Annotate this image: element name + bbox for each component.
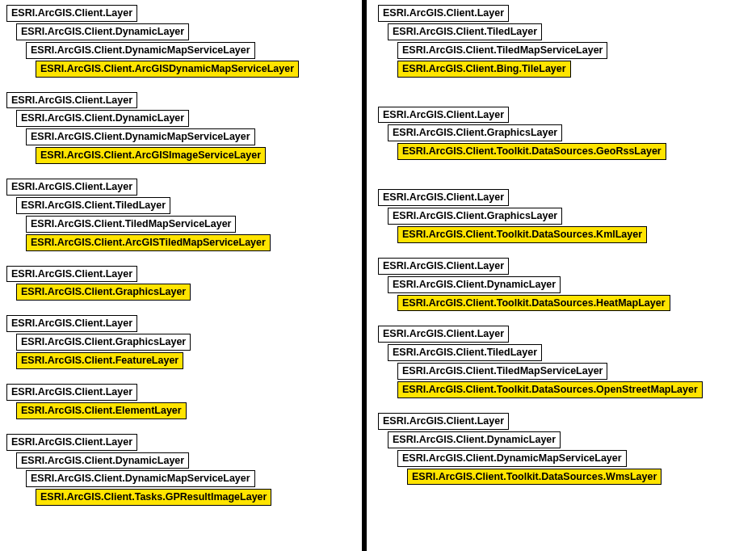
class-node-highlight: ESRI.ArcGIS.Client.Toolkit.DataSources.G…: [397, 143, 666, 160]
class-node-highlight: ESRI.ArcGIS.Client.Toolkit.DataSources.O…: [397, 381, 703, 398]
class-node-highlight: ESRI.ArcGIS.Client.Toolkit.DataSources.W…: [407, 469, 662, 486]
right-column: ESRI.ArcGIS.Client.LayerESRI.ArcGIS.Clie…: [367, 0, 756, 551]
hierarchy-group: ESRI.ArcGIS.Client.LayerESRI.ArcGIS.Clie…: [6, 434, 355, 508]
class-node: ESRI.ArcGIS.Client.DynamicLayer: [16, 110, 189, 127]
hierarchy-group: ESRI.ArcGIS.Client.LayerESRI.ArcGIS.Clie…: [378, 326, 750, 400]
class-node: ESRI.ArcGIS.Client.TiledLayer: [388, 344, 542, 361]
class-node: ESRI.ArcGIS.Client.TiledMapServiceLayer: [397, 42, 607, 59]
class-node: ESRI.ArcGIS.Client.Layer: [6, 384, 137, 401]
class-node: ESRI.ArcGIS.Client.TiledLayer: [388, 23, 542, 40]
diagram-columns: ESRI.ArcGIS.Client.LayerESRI.ArcGIS.Clie…: [0, 0, 756, 551]
class-node: ESRI.ArcGIS.Client.Layer: [378, 189, 509, 206]
class-node-highlight: ESRI.ArcGIS.Client.GraphicsLayer: [16, 284, 191, 301]
class-node: ESRI.ArcGIS.Client.DynamicMapServiceLaye…: [26, 128, 255, 145]
hierarchy-group: ESRI.ArcGIS.Client.LayerESRI.ArcGIS.Clie…: [6, 5, 355, 79]
class-node-highlight: ESRI.ArcGIS.Client.ArcGISDynamicMapServi…: [36, 61, 299, 78]
hierarchy-group: ESRI.ArcGIS.Client.LayerESRI.ArcGIS.Clie…: [378, 5, 750, 79]
class-node: ESRI.ArcGIS.Client.DynamicMapServiceLaye…: [26, 42, 255, 59]
class-node: ESRI.ArcGIS.Client.Layer: [6, 266, 137, 283]
hierarchy-group: ESRI.ArcGIS.Client.LayerESRI.ArcGIS.Clie…: [6, 179, 355, 253]
class-node: ESRI.ArcGIS.Client.DynamicLayer: [16, 452, 189, 469]
hierarchy-group: ESRI.ArcGIS.Client.LayerESRI.ArcGIS.Clie…: [378, 189, 750, 245]
class-node-highlight: ESRI.ArcGIS.Client.Bing.TileLayer: [397, 61, 571, 78]
class-node: ESRI.ArcGIS.Client.Layer: [6, 5, 137, 22]
class-node: ESRI.ArcGIS.Client.Layer: [6, 315, 137, 332]
hierarchy-group: ESRI.ArcGIS.Client.LayerESRI.ArcGIS.Clie…: [378, 107, 750, 162]
class-node: ESRI.ArcGIS.Client.DynamicMapServiceLaye…: [397, 450, 627, 467]
class-node: ESRI.ArcGIS.Client.Layer: [378, 107, 509, 124]
class-node-highlight: ESRI.ArcGIS.Client.FeatureLayer: [16, 352, 183, 369]
class-node: ESRI.ArcGIS.Client.Layer: [378, 326, 509, 343]
class-node: ESRI.ArcGIS.Client.Layer: [6, 92, 137, 109]
class-node: ESRI.ArcGIS.Client.TiledLayer: [16, 197, 170, 214]
class-node: ESRI.ArcGIS.Client.Layer: [378, 5, 509, 22]
class-node: ESRI.ArcGIS.Client.TiledMapServiceLayer: [26, 216, 236, 233]
left-column: ESRI.ArcGIS.Client.LayerESRI.ArcGIS.Clie…: [0, 0, 362, 551]
class-node-highlight: ESRI.ArcGIS.Client.Toolkit.DataSources.K…: [397, 226, 647, 243]
class-node: ESRI.ArcGIS.Client.DynamicLayer: [16, 23, 189, 40]
class-node: ESRI.ArcGIS.Client.Layer: [6, 434, 137, 451]
hierarchy-group: ESRI.ArcGIS.Client.LayerESRI.ArcGIS.Clie…: [6, 384, 355, 421]
class-node: ESRI.ArcGIS.Client.DynamicLayer: [388, 276, 561, 293]
class-node-highlight: ESRI.ArcGIS.Client.Toolkit.DataSources.H…: [397, 295, 670, 312]
class-node: ESRI.ArcGIS.Client.DynamicLayer: [388, 431, 561, 448]
class-node: ESRI.ArcGIS.Client.TiledMapServiceLayer: [397, 363, 607, 380]
hierarchy-group: ESRI.ArcGIS.Client.LayerESRI.ArcGIS.Clie…: [6, 92, 355, 166]
hierarchy-group: ESRI.ArcGIS.Client.LayerESRI.ArcGIS.Clie…: [6, 315, 355, 371]
class-node: ESRI.ArcGIS.Client.GraphicsLayer: [388, 124, 562, 141]
class-node: ESRI.ArcGIS.Client.GraphicsLayer: [16, 334, 191, 351]
hierarchy-group: ESRI.ArcGIS.Client.LayerESRI.ArcGIS.Clie…: [6, 266, 355, 303]
class-node-highlight: ESRI.ArcGIS.Client.ElementLayer: [16, 402, 187, 419]
class-node: ESRI.ArcGIS.Client.DynamicMapServiceLaye…: [26, 470, 255, 487]
class-node: ESRI.ArcGIS.Client.Layer: [378, 413, 509, 430]
class-node-highlight: ESRI.ArcGIS.Client.ArcGISTiledMapService…: [26, 234, 271, 251]
class-node: ESRI.ArcGIS.Client.Layer: [378, 258, 509, 275]
hierarchy-group: ESRI.ArcGIS.Client.LayerESRI.ArcGIS.Clie…: [378, 258, 750, 313]
class-node-highlight: ESRI.ArcGIS.Client.ArcGISImageServiceLay…: [36, 147, 266, 164]
class-node: ESRI.ArcGIS.Client.GraphicsLayer: [388, 208, 562, 225]
class-node-highlight: ESRI.ArcGIS.Client.Tasks.GPResultImageLa…: [36, 489, 271, 506]
class-node: ESRI.ArcGIS.Client.Layer: [6, 179, 137, 196]
hierarchy-group: ESRI.ArcGIS.Client.LayerESRI.ArcGIS.Clie…: [378, 413, 750, 487]
